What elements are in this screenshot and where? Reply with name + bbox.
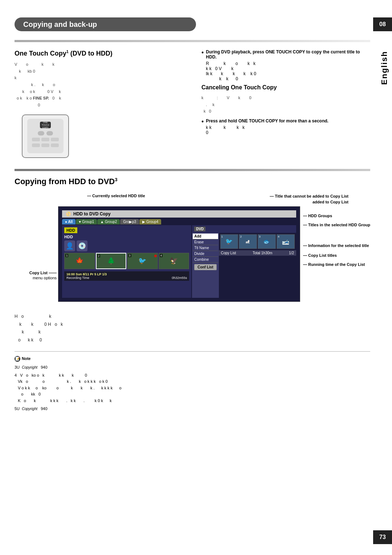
tab-all[interactable]: ● All (62, 219, 75, 224)
cancel-body: k : V k 0 . k k 0 (201, 94, 370, 115)
dvd-thumb-4[interactable]: 4 🎿 (277, 234, 295, 249)
copy-list-menu: Add Erase Ttl Name Divide Combine Conf L… (192, 233, 219, 298)
left-body-text: V o k k k kb 0 k k . k o k o k 0 V k o k… (15, 61, 183, 109)
callout-copy-list-label: Copy List —— (15, 271, 57, 275)
conf-list-button[interactable]: Conf List (194, 264, 216, 270)
tab-group4[interactable]: ▶ Group4 (139, 219, 161, 224)
remote-control-image: ONE TOUCHCOPY (22, 114, 69, 158)
dvd-thumbs-area: 1 🐦 2 ⛸ 3 (219, 233, 296, 298)
hdd-person-icon: 👤 (64, 240, 75, 251)
screen-main-area: HDD HDD 👤 💿 1 🍁 (62, 225, 296, 298)
note-title: 📝 Note (15, 355, 370, 362)
bullet-one-touch: • During DVD playback, press ONE TOUCH C… (201, 49, 370, 81)
dvd-thumb-1[interactable]: 1 🐦 (220, 234, 238, 249)
one-touch-copy-button[interactable]: ONE TOUCHCOPY (40, 122, 51, 128)
cancel-title: Canceling One Touch Copy (201, 84, 370, 91)
note-item-1: 3U Copyright 940 (15, 364, 370, 371)
tab-group1[interactable]: ♥ Group1 (76, 219, 97, 224)
section2-body: H o k k k 0 H o k k k o k k 0 (15, 313, 370, 344)
page-number-top: 08 (373, 17, 392, 31)
remote-rect-btn-4 (32, 143, 40, 147)
left-column: One Touch Copy1 (DVD to HDD) V o k k k k… (15, 49, 187, 158)
conf-list-btn-wrapper: Conf List (193, 263, 218, 272)
menu-ttlname[interactable]: Ttl Name (193, 245, 218, 251)
remote-rect-btn-1 (32, 138, 40, 141)
dvd-label: DVD (194, 227, 205, 231)
bullet2-bold: Press and hold ONE TOUCH COPY for more t… (206, 118, 328, 123)
hdd-icon-row: 👤 💿 (64, 240, 189, 251)
diagram-wrapper: — Currently selected HDD title — Title t… (15, 194, 370, 302)
callout-currently-selected: — Currently selected HDD title (87, 194, 145, 205)
hdd-thumb-2[interactable]: 2 🌲 (96, 253, 127, 269)
bullet1-bold: During DVD playback, press ONE TOUCH COP… (206, 49, 370, 60)
menu-add[interactable]: Add (193, 234, 218, 239)
page-number-bottom: 73 (373, 530, 392, 544)
section1-title: Copying and back-up (23, 20, 97, 29)
remote-rect-btn-2 (41, 138, 49, 141)
callout-info-for: — Information for the selected title (303, 243, 370, 248)
callout-titles-selected: — Titles in the selected HDD Group (303, 222, 370, 228)
menu-combine[interactable]: Combine (193, 257, 218, 263)
top-divider (15, 40, 370, 42)
english-sidebar-label: English (380, 51, 389, 85)
remote-rect-btn-3 (51, 138, 59, 141)
callout-copy-list-options: menu options (15, 276, 57, 280)
remote-rect-btn-5 (41, 143, 49, 147)
tab-group2[interactable]: ▲ Group2 (97, 219, 120, 224)
note-item-3: 5U Copyright 940 (15, 406, 370, 412)
callout-copy-list-titles: — Copy List titles (303, 253, 370, 258)
hdd-info-bar: 16:00 Sun 8/11 Pr 5 LP 1/3 Recording Tim… (64, 271, 189, 281)
section1-header: Copying and back-up (15, 17, 370, 31)
remote-circle-btn-1 (38, 131, 44, 135)
right-side-panel: DVD Add Erase Ttl Name Divide (192, 225, 296, 298)
dvd-thumb-3[interactable]: 3 🐟 (258, 234, 276, 249)
callout-hdd-groups: — HDD Groups (303, 214, 370, 218)
section2-title: Copying from HDD to DVD3 (15, 177, 370, 186)
hdd-disc-icon: 💿 (77, 240, 87, 251)
menu-divide[interactable]: Divide (193, 251, 218, 257)
one-touch-title: One Touch Copy1 (DVD to HDD) (15, 49, 183, 57)
right-column: • During DVD playback, press ONE TOUCH C… (198, 49, 370, 158)
hdd-thumb-4[interactable]: 4 🦅 (159, 253, 189, 269)
bullet-press-hold: • Press and hold ONE TOUCH COPY for more… (201, 118, 370, 135)
remote-circle-btn-2 (46, 131, 53, 135)
note-section: 📝 Note 3U Copyright 940 4 V o ko o k k k… (15, 351, 370, 412)
dvd-thumb-row: 1 🐦 2 ⛸ 3 (219, 233, 296, 250)
hdd-thumbnail-grid: 1 🍁 2 🌲 3 🐦 ⊗ (64, 253, 189, 269)
callout-running-time: — Running time of the Copy List (303, 262, 370, 267)
tab-group3[interactable]: Gro▶p3 (120, 219, 139, 224)
hdd-label: HDD (64, 227, 77, 233)
section2-divider (15, 169, 370, 171)
dvd-menu-area: Add Erase Ttl Name Divide Combine Conf L… (192, 233, 296, 298)
dvd-label-row: DVD (192, 225, 296, 233)
hdd-title: HDD (64, 235, 189, 239)
tab-row: ● All ♥ Group1 ▲ Group2 Gro▶p3 ▶ Group4 (62, 219, 296, 224)
disc-icon: 📀 (66, 211, 71, 216)
hdd-dvd-header: 📀 HDD to DVD Copy (62, 210, 296, 218)
callout-title-cannot: — Title that cannot be added to Copy Lis… (270, 194, 348, 205)
copy-list-bar: Copy List Total 1h30m 1/2 (219, 250, 296, 256)
note-item-2: 4 V o ko o k k k k 0 Vk o o k . k o k k … (15, 372, 370, 404)
hdd-panel: HDD HDD 👤 💿 1 🍁 (62, 225, 191, 298)
remote-rect-btn-6 (51, 143, 59, 147)
note-icon: 📝 (15, 356, 20, 362)
hdd-thumb-1[interactable]: 1 🍁 (64, 253, 95, 269)
menu-erase[interactable]: Erase (193, 239, 218, 245)
dvd-thumb-2[interactable]: 2 ⛸ (239, 234, 257, 249)
hdd-thumb-3[interactable]: 3 🐦 ⊗ (127, 253, 158, 269)
